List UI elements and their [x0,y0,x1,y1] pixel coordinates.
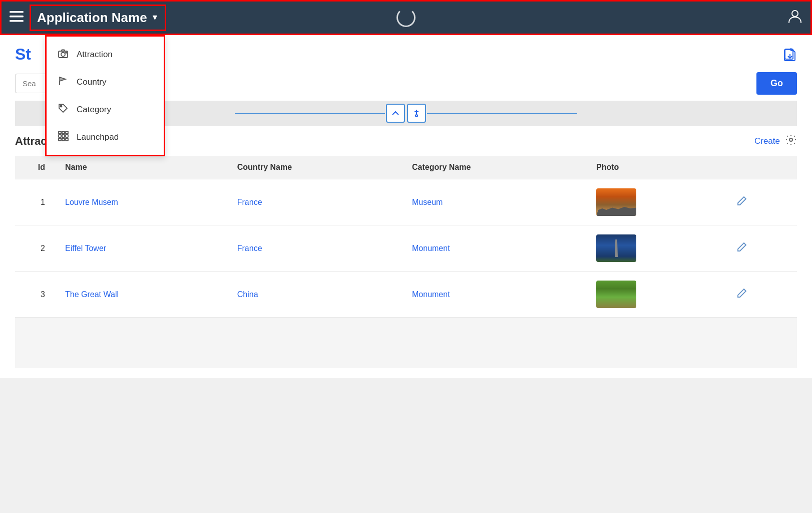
app-name-dropdown-trigger[interactable]: Application Name ▼ [30,5,166,31]
row-1-id: 1 [15,179,55,225]
svg-point-20 [416,115,418,117]
row-1-photo [586,179,727,225]
edit-icon[interactable] [737,244,747,254]
col-category: Category Name [402,156,586,179]
go-button[interactable]: Go [756,72,797,95]
table-row: 3 The Great Wall China Monument [15,272,797,318]
row-2-id: 2 [15,225,55,272]
svg-rect-0 [10,11,24,13]
louvre-photo [596,188,636,216]
menu-hamburger-icon[interactable] [10,11,24,25]
launchpad-label: Launchpad [77,132,119,142]
svg-rect-10 [62,131,65,134]
col-name: Name [55,156,227,179]
create-button[interactable]: Create [754,136,780,146]
table-row: 1 Louvre Musem France Museum [15,179,797,225]
app-title: Application Name [37,10,147,26]
grid-icon [57,130,70,144]
user-profile-icon[interactable] [787,9,802,27]
header: Application Name ▼ [0,0,812,35]
svg-point-5 [61,53,65,57]
attractions-table: Id Name Country Name Category Name Photo… [15,156,797,318]
row-2-photo [586,225,727,272]
camera-icon [57,48,70,61]
table-body: 1 Louvre Musem France Museum 2 [15,179,797,318]
row-3-country[interactable]: China [227,272,402,318]
col-actions [727,156,797,179]
page-title: St [15,45,31,64]
svg-point-8 [61,106,62,107]
svg-point-22 [789,138,792,141]
export-button[interactable] [783,47,797,64]
nav-item-country[interactable]: Country [47,68,164,96]
svg-rect-17 [66,138,68,141]
table-row: 2 Eiffel Tower France Monument [15,225,797,272]
collapse-line-right [427,113,577,114]
loading-spinner [396,8,416,27]
flag-icon [57,75,70,89]
row-2-name[interactable]: Eiffel Tower [55,225,227,272]
edit-icon[interactable] [737,290,747,300]
row-3-edit[interactable] [727,272,797,318]
collapse-up-button[interactable] [386,104,405,123]
svg-rect-11 [66,131,68,134]
svg-rect-15 [59,138,61,141]
country-label: Country [77,77,107,87]
tag-icon [57,103,70,116]
row-3-photo [586,272,727,318]
settings-icon[interactable] [785,134,797,149]
category-label: Category [77,105,111,115]
col-country: Country Name [227,156,402,179]
row-1-name[interactable]: Louvre Musem [55,179,227,225]
col-photo: Photo [586,156,727,179]
svg-rect-1 [10,16,24,18]
svg-rect-9 [59,131,61,134]
row-2-edit[interactable] [727,225,797,272]
row-3-id: 3 [15,272,55,318]
row-1-category[interactable]: Museum [402,179,586,225]
edit-icon[interactable] [737,198,747,208]
row-1-country[interactable]: France [227,179,402,225]
col-id: Id [15,156,55,179]
row-3-name[interactable]: The Great Wall [55,272,227,318]
eiffel-photo [596,234,636,262]
section-actions: Create [754,134,797,149]
chevron-down-icon: ▼ [151,13,159,22]
svg-point-3 [792,11,798,17]
collapse-line-left [235,113,385,114]
svg-rect-13 [62,135,65,137]
attraction-label: Attraction [77,50,113,60]
svg-point-6 [66,52,67,53]
wall-photo [596,281,636,308]
nav-item-attraction[interactable]: Attraction [47,41,164,68]
row-1-edit[interactable] [727,179,797,225]
row-2-country[interactable]: France [227,225,402,272]
svg-rect-2 [10,20,24,22]
nav-item-launchpad[interactable]: Launchpad [47,123,164,151]
row-3-category[interactable]: Monument [402,272,586,318]
svg-rect-12 [59,135,61,137]
table-header: Id Name Country Name Category Name Photo [15,156,797,179]
row-2-category[interactable]: Monument [402,225,586,272]
pin-button[interactable] [407,104,426,123]
nav-dropdown-menu: Attraction Country Category [45,35,165,156]
svg-rect-14 [66,135,68,137]
svg-rect-16 [62,138,65,141]
bottom-gray-area [15,318,797,368]
nav-item-category[interactable]: Category [47,96,164,123]
